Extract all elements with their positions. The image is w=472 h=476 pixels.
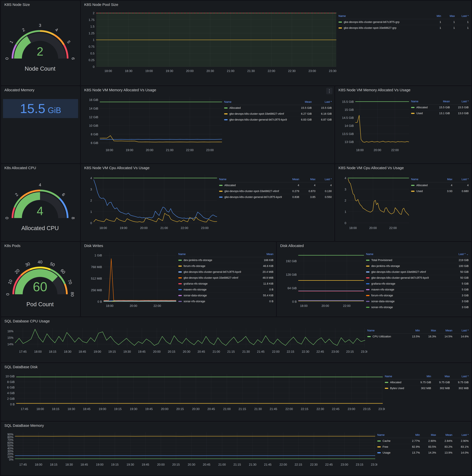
legend-header-col[interactable]: Min	[427, 14, 441, 18]
legend-series-name[interactable]: sonar-data-storage	[366, 300, 447, 303]
legend-series-name[interactable]: grafana-nfs-storage	[178, 282, 250, 285]
panel-title[interactable]: K8s Allocated CPU	[1, 164, 80, 171]
legend-header-col[interactable]: Mean	[283, 178, 299, 181]
legend-series-name[interactable]: Allocated	[219, 184, 283, 187]
panel-title[interactable]: SQL DataBase Memory	[1, 422, 471, 429]
legend-series-name[interactable]: grafana-nfs-storage	[366, 282, 447, 285]
legend-series-name[interactable]: Bytes Used	[385, 387, 412, 390]
legend-header-name[interactable]: Name	[411, 178, 436, 181]
legend-series-name[interactable]: sonar-data-storage	[178, 294, 250, 297]
panel-title[interactable]: Disk Allocated	[277, 242, 471, 249]
legend-header-col[interactable]: Last *	[452, 433, 469, 437]
panel-title[interactable]: K8S Node VM Cpu Allocated Vs Usage	[336, 164, 471, 171]
legend-series-name[interactable]: gke-devops-k8s-cluster-general-b67c3f75-…	[219, 195, 283, 199]
legend-series-name[interactable]: dev-jenkins-nfs-storage	[178, 258, 250, 262]
panel-title[interactable]: K8S Node VM Cpu Allocated Vs Usage	[81, 164, 334, 171]
legend-series-name[interactable]: CPU Utilization	[367, 335, 404, 338]
legend-series-name[interactable]: gke-devops-k8s-cluster-general-b67c3f75-…	[339, 20, 427, 24]
legend-series-name[interactable]: gke-devops-k8s-cluster-general-b67c3f75-…	[224, 118, 292, 121]
legend-value: 82.9%	[404, 445, 420, 448]
legend-header-col[interactable]: Max	[299, 178, 315, 181]
legend-header-col[interactable]: Last *	[450, 100, 469, 103]
series-color-swatch	[219, 185, 223, 186]
legend-header-col[interactable]: Last *	[452, 329, 469, 332]
legend-header-col[interactable]: Mean	[436, 433, 452, 437]
svg-text:18:45: 18:45	[81, 463, 88, 466]
legend-header-name[interactable]: Name	[178, 253, 250, 256]
legend-header-col[interactable]: Max	[420, 433, 436, 437]
legend-series-name[interactable]: gke-devops-k8s-cluster-spot-33e68627-v6m…	[224, 112, 292, 116]
series-color-swatch	[178, 266, 182, 267]
legend-header-col[interactable]: Mean	[431, 100, 450, 103]
svg-text:20:45: 20:45	[203, 463, 210, 466]
legend-series-name[interactable]: Allocated	[411, 184, 436, 187]
legend-header-col[interactable]: Last *	[452, 178, 469, 181]
legend-series-name[interactable]: Allocated	[411, 106, 431, 109]
svg-text:10 GiB: 10 GiB	[5, 374, 15, 378]
svg-text:0.75: 0.75	[89, 45, 95, 48]
panel-title[interactable]: K8s Pods	[1, 242, 80, 249]
legend-series-name[interactable]: maven-nfs-storage	[366, 288, 447, 291]
legend-series-name[interactable]: sonar-nfs-storage	[178, 300, 250, 303]
legend-series-name[interactable]: gke-devops-k8s-cluster-spot-33e68627-grp	[339, 26, 427, 30]
legend-header-name[interactable]: Name	[411, 100, 431, 103]
legend-series-name[interactable]: sonar-nfs-storage	[366, 306, 447, 309]
legend-header-col[interactable]: Last *	[312, 100, 332, 103]
legend-header-name[interactable]: Name	[366, 253, 447, 256]
legend-table: NameMinMaxMeanLast *CPU Utilization13.5%…	[367, 328, 469, 340]
legend-series-name[interactable]: Cache	[377, 439, 404, 442]
legend-header-name[interactable]: Name	[224, 100, 292, 103]
panel-title[interactable]: K8S Node VM Memory Allocated Vs Usage	[336, 86, 471, 94]
panel-title[interactable]: K8S Node Size	[1, 1, 80, 8]
legend-value: 1	[427, 26, 441, 30]
legend-series-name[interactable]: gke-devops-k8s-cluster-spot-33e68627-v6m…	[219, 189, 283, 193]
legend-series-name[interactable]: gke-devops-k8s-cluster-spot-33e68627-v6m…	[366, 270, 447, 273]
svg-text:90%: 90%	[7, 433, 13, 436]
legend-header-col[interactable]: Min	[412, 375, 431, 378]
legend-series-name[interactable]: Total Provisioned	[366, 258, 447, 262]
legend-header-col[interactable]: Last *	[315, 178, 332, 181]
legend-header-col[interactable]: Mean	[292, 100, 312, 103]
legend-series-name[interactable]: gke-devops-k8s-cluster-spot-33e68627-v6m…	[178, 276, 250, 279]
panel-title[interactable]: K8S Node Pool Size	[81, 1, 471, 8]
legend-header-col[interactable]: Mean	[436, 329, 452, 332]
legend-series-name[interactable]: Usage	[377, 451, 404, 454]
legend-series-name[interactable]: forum-nfs-storage	[366, 294, 447, 297]
legend-series-name[interactable]: Used	[411, 112, 431, 115]
legend-header-col[interactable]: Mean	[250, 253, 273, 256]
legend-series-name[interactable]: Used	[411, 189, 436, 193]
legend-header-name[interactable]: Name	[367, 329, 404, 332]
legend-value: 0.550	[315, 195, 332, 199]
legend-header-col[interactable]: Max	[431, 375, 450, 378]
panel-title[interactable]: SQL DataBase Disk	[1, 363, 471, 371]
legend-header-name[interactable]: Name	[385, 375, 412, 378]
legend-series-name[interactable]: Free	[377, 445, 404, 448]
legend-header-name[interactable]: Name	[339, 14, 427, 18]
panel-title[interactable]: SQL Database CPU Usage	[1, 318, 471, 325]
legend-series-name[interactable]: Allocated	[385, 381, 412, 384]
legend-header-col[interactable]: Last *	[455, 14, 469, 18]
legend-header-col[interactable]: Max	[420, 329, 436, 332]
svg-text:21:00: 21:00	[227, 69, 234, 73]
legend-header-name[interactable]: Name	[377, 433, 404, 437]
svg-text:23:30: 23:30	[378, 407, 385, 411]
legend-series-name[interactable]: Allocated	[224, 106, 292, 110]
series-color-swatch	[366, 272, 370, 272]
legend-series-name[interactable]: maven-nfs-storage	[178, 288, 250, 291]
legend-header-col[interactable]: Max	[436, 178, 452, 181]
legend-header-col[interactable]: Last * ⌄	[447, 253, 469, 256]
panel-menu-icon[interactable]: ⋮	[326, 88, 332, 94]
legend-header-col[interactable]: Min	[404, 329, 420, 332]
legend-header-col[interactable]: Last *	[450, 375, 469, 378]
legend-header-col[interactable]: Min	[404, 433, 420, 437]
legend-header-name[interactable]: Name	[219, 178, 283, 181]
legend-series-name[interactable]: gke-devops-k8s-cluster-general-b67c3f75-…	[178, 270, 250, 273]
legend-header-col[interactable]: Max	[441, 14, 455, 18]
panel-title[interactable]: K8S Node VM Memory Allocated Vs Usage	[81, 86, 334, 94]
cpu-allocated-vs-usage-chart: 18:0019:0020:0021:0022:0023:0001234	[82, 171, 219, 231]
panel-title[interactable]: Disk Writes	[81, 242, 276, 249]
panel-title[interactable]: Allocated Memory	[1, 86, 80, 94]
legend-series-name[interactable]: forum-nfs-storage	[178, 264, 250, 268]
legend-series-name[interactable]: gke-devops-k8s-cluster-general-b67c3f75-…	[366, 276, 447, 279]
legend-series-name[interactable]: dev-jenkins-nfs-storage	[366, 264, 447, 268]
